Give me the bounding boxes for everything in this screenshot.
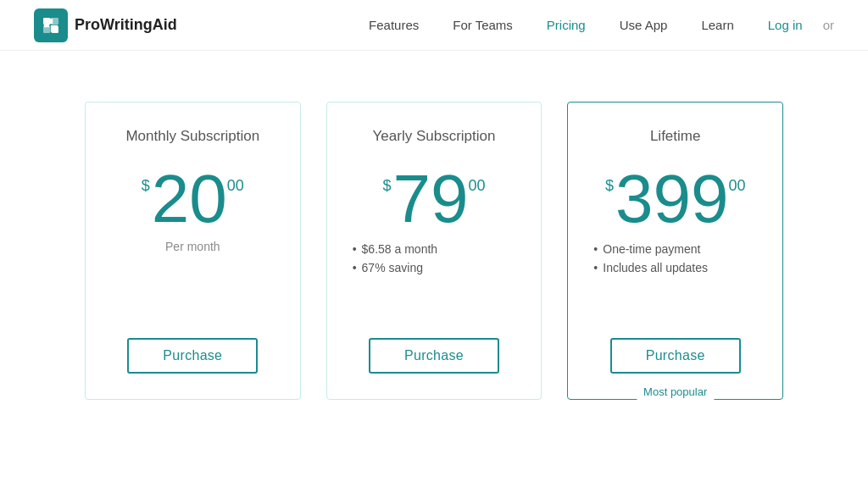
plan-monthly-cents: 00: [227, 177, 244, 195]
plan-lifetime: Lifetime $ 399 00 One-time payment Inclu…: [567, 102, 783, 400]
plan-lifetime-title: Lifetime: [650, 128, 701, 145]
main-nav: Features For Teams Pricing Use App Learn…: [355, 11, 834, 39]
nav-use-app[interactable]: Use App: [606, 11, 682, 39]
logo-icon: [34, 8, 68, 42]
svg-rect-0: [43, 18, 50, 25]
plan-monthly-title: Monthly Subscription: [125, 128, 259, 145]
plan-monthly-period: Per month: [165, 240, 220, 253]
plan-yearly-feature-2: 67% saving: [353, 258, 516, 277]
svg-rect-2: [43, 26, 50, 33]
plan-monthly-features: [111, 270, 275, 318]
plan-monthly-amount: 20: [152, 165, 227, 233]
plan-lifetime-purchase-button[interactable]: Purchase: [610, 338, 741, 374]
brand-name: ProWritingAid: [75, 16, 177, 34]
plan-yearly-cents: 00: [468, 177, 485, 195]
plan-yearly-feature-1: $6.58 a month: [353, 240, 516, 258]
plan-lifetime-price: $ 399 00: [605, 165, 746, 233]
plan-monthly-currency: $: [142, 177, 150, 195]
plan-yearly: Yearly Subscription $ 79 00 $6.58 a mont…: [326, 102, 542, 400]
plan-monthly: Monthly Subscription $ 20 00 Per month P…: [85, 102, 301, 400]
plan-yearly-currency: $: [382, 177, 391, 195]
logo-area: ProWritingAid: [34, 8, 177, 42]
svg-rect-3: [52, 18, 58, 25]
nav-features[interactable]: Features: [355, 11, 432, 39]
plan-monthly-price: $ 20 00: [142, 165, 244, 233]
plan-monthly-purchase-button[interactable]: Purchase: [127, 338, 258, 374]
nav-learn[interactable]: Learn: [687, 11, 747, 39]
nav-or: or: [823, 18, 834, 32]
plan-yearly-features: $6.58 a month 67% saving: [353, 240, 516, 287]
plan-yearly-title: Yearly Subscription: [373, 128, 496, 145]
nav-for-teams[interactable]: For Teams: [439, 11, 526, 39]
plan-lifetime-feature-1: One-time payment: [593, 240, 757, 258]
plan-yearly-purchase-button[interactable]: Purchase: [369, 338, 499, 374]
svg-rect-1: [52, 26, 58, 33]
plan-lifetime-currency: $: [605, 177, 614, 195]
plan-lifetime-cents: 00: [728, 177, 745, 195]
plan-yearly-price: $ 79 00: [382, 165, 485, 233]
nav-login[interactable]: Log in: [754, 11, 816, 39]
nav-pricing[interactable]: Pricing: [533, 11, 599, 39]
most-popular-label: Most popular: [637, 384, 714, 400]
header: ProWritingAid Features For Teams Pricing…: [0, 0, 868, 51]
plan-yearly-amount: 79: [393, 165, 469, 233]
plan-lifetime-amount: 399: [615, 165, 728, 233]
plan-lifetime-features: One-time payment Includes all updates: [593, 240, 757, 287]
plan-lifetime-feature-2: Includes all updates: [593, 258, 757, 277]
pricing-section: Monthly Subscription $ 20 00 Per month P…: [0, 51, 868, 434]
